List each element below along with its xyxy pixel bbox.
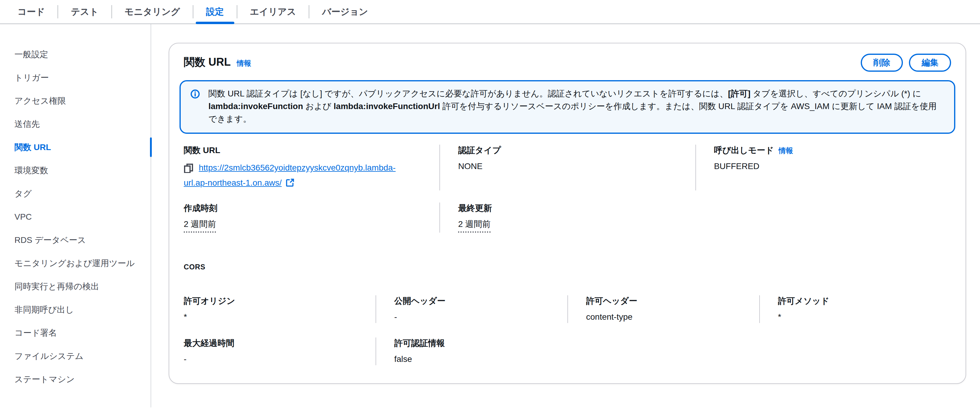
timestamps-row: 作成時刻 2 週間前 最終更新 2 週間前: [184, 202, 951, 233]
auth-type-value: NONE: [458, 160, 681, 172]
empty-cell: [695, 202, 951, 233]
allow-origin-field: 許可オリジン *: [184, 295, 375, 323]
created-field: 作成時刻 2 週間前: [184, 202, 439, 233]
lambda-settings-page: コード テスト モニタリング 設定 エイリアス バージョン 一般設定 トリガー …: [0, 0, 980, 408]
function-url-value: https://2smlcb36562yoidtepzyyskcve0zqnyb…: [184, 160, 425, 190]
auth-type-label: 認証タイプ: [458, 145, 681, 156]
last-updated-relative-time[interactable]: 2 週間前: [458, 218, 490, 233]
max-age-field: 最大経過時間 -: [184, 338, 375, 365]
created-relative-time[interactable]: 2 週間前: [184, 218, 216, 233]
function-url-link[interactable]: https://2smlcb36562yoidtepzyyskcve0zqnyb…: [184, 163, 396, 187]
invoke-mode-label: 呼び出しモード情報: [714, 145, 937, 156]
expose-headers-field: 公開ヘッダー -: [375, 295, 567, 323]
info-icon: [190, 89, 200, 125]
invoke-mode-info-link[interactable]: 情報: [778, 147, 793, 155]
info-alert: 関数 URL 認証タイプは [なし] ですが、パブリックアクセスに必要な許可があ…: [180, 80, 955, 134]
sidebar-item-concurrency-recursion[interactable]: 同時実行と再帰の検出: [0, 275, 151, 298]
tab-test[interactable]: テスト: [58, 0, 111, 24]
allow-headers-label: 許可ヘッダー: [586, 295, 745, 307]
edit-button[interactable]: 編集: [909, 54, 951, 72]
allow-headers-field: 許可ヘッダー content-type: [567, 295, 759, 323]
allow-origin-value: *: [184, 311, 361, 323]
cors-row-1: 許可オリジン * 公開ヘッダー - 許可ヘッダー content-type 許可…: [184, 295, 951, 323]
max-age-label: 最大経過時間: [184, 338, 361, 349]
function-url-panel: 関数 URL 情報 削除 編集 関数 URL 認証タイプは [なし] ですが、パ…: [169, 43, 966, 384]
allow-methods-field: 許可メソッド *: [759, 295, 951, 323]
invoke-mode-value: BUFFERED: [714, 160, 937, 172]
sidebar-item-destinations[interactable]: 送信先: [0, 112, 151, 135]
invoke-mode-field: 呼び出しモード情報 BUFFERED: [695, 145, 951, 190]
sidebar-item-triggers[interactable]: トリガー: [0, 66, 151, 89]
expose-headers-value: -: [394, 311, 553, 323]
sidebar-item-rds-databases[interactable]: RDS データベース: [0, 228, 151, 252]
auth-type-field: 認証タイプ NONE: [439, 145, 695, 190]
empty-cell: [759, 338, 951, 365]
alert-message: 関数 URL 認証タイプは [なし] ですが、パブリックアクセスに必要な許可があ…: [208, 88, 945, 125]
allow-credentials-field: 許可認証情報 false: [375, 338, 567, 365]
last-updated-field: 最終更新 2 週間前: [439, 202, 695, 233]
copy-icon[interactable]: [184, 163, 193, 173]
allow-origin-label: 許可オリジン: [184, 295, 361, 307]
panel-info-link[interactable]: 情報: [237, 59, 251, 68]
sidebar-item-async-invocation[interactable]: 非同期呼び出し: [0, 298, 151, 321]
panel-title: 関数 URL: [184, 56, 231, 69]
main-content: 関数 URL 情報 削除 編集 関数 URL 認証タイプは [なし] ですが、パ…: [151, 24, 980, 407]
settings-sidebar: 一般設定 トリガー アクセス権限 送信先 関数 URL 環境変数 タグ VPC …: [0, 24, 151, 407]
tab-settings[interactable]: 設定: [193, 0, 237, 24]
tab-monitoring[interactable]: モニタリング: [112, 0, 193, 24]
sidebar-item-monitoring-tools[interactable]: モニタリングおよび運用ツール: [0, 252, 151, 275]
tab-versions[interactable]: バージョン: [309, 0, 381, 24]
panel-actions: 削除 編集: [861, 54, 951, 72]
created-value: 2 週間前: [184, 218, 425, 233]
expose-headers-label: 公開ヘッダー: [394, 295, 553, 307]
allow-credentials-label: 許可認証情報: [394, 338, 553, 349]
cors-heading: CORS: [184, 263, 951, 271]
sidebar-item-file-systems[interactable]: ファイルシステム: [0, 344, 151, 368]
tab-code[interactable]: コード: [5, 0, 57, 24]
sidebar-item-environment-variables[interactable]: 環境変数: [0, 159, 151, 182]
sidebar-item-function-url[interactable]: 関数 URL: [0, 135, 151, 159]
panel-header: 関数 URL 情報 削除 編集: [184, 56, 951, 72]
last-updated-label: 最終更新: [458, 202, 681, 214]
function-url-details-row: 関数 URL https://2smlcb36562yoidtepzyyskcv…: [184, 145, 951, 190]
max-age-value: -: [184, 353, 361, 365]
sidebar-item-code-signing[interactable]: コード署名: [0, 321, 151, 344]
allow-methods-label: 許可メソッド: [778, 295, 937, 307]
allow-credentials-value: false: [394, 353, 553, 365]
sidebar-item-permissions[interactable]: アクセス権限: [0, 89, 151, 112]
last-updated-value: 2 週間前: [458, 218, 681, 233]
sidebar-item-state-machines[interactable]: ステートマシン: [0, 368, 151, 391]
allow-methods-value: *: [778, 311, 937, 323]
created-label: 作成時刻: [184, 202, 425, 214]
sidebar-item-tags[interactable]: タグ: [0, 182, 151, 205]
allow-headers-value: content-type: [586, 311, 745, 323]
external-link-icon: [286, 178, 294, 187]
tab-aliases[interactable]: エイリアス: [237, 0, 309, 24]
function-url-field: 関数 URL https://2smlcb36562yoidtepzyyskcv…: [184, 145, 439, 190]
sidebar-item-general-settings[interactable]: 一般設定: [0, 43, 151, 66]
empty-cell: [567, 338, 759, 365]
sidebar-item-vpc[interactable]: VPC: [0, 205, 151, 228]
cors-row-2: 最大経過時間 - 許可認証情報 false: [184, 338, 951, 365]
settings-sidebar-list: 一般設定 トリガー アクセス権限 送信先 関数 URL 環境変数 タグ VPC …: [0, 43, 151, 391]
delete-button[interactable]: 削除: [861, 54, 903, 72]
function-tab-bar: コード テスト モニタリング 設定 エイリアス バージョン: [0, 0, 980, 24]
function-url-label: 関数 URL: [184, 145, 425, 156]
